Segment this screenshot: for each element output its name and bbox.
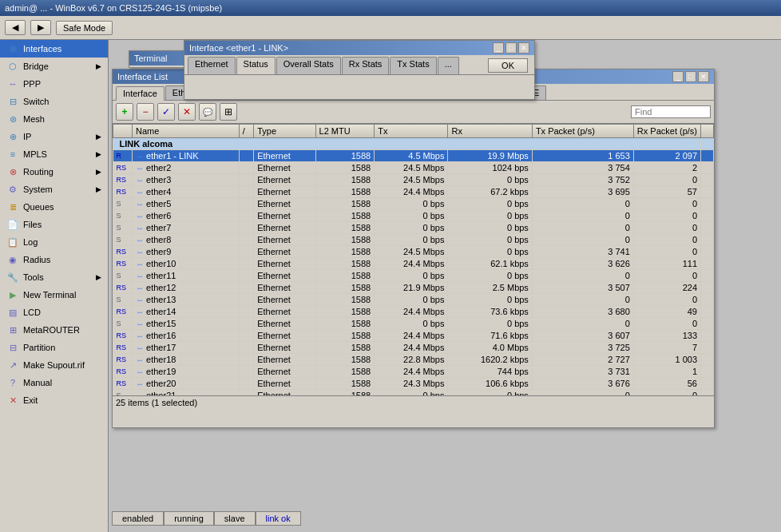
sidebar: Interfaces Bridge ▶ PPP Switch Mesh IP ▶… (0, 40, 109, 532)
disable-button[interactable]: ✕ (178, 103, 196, 121)
col-tx[interactable]: Tx (375, 125, 448, 138)
sidebar-item-newterminal[interactable]: New Terminal (0, 286, 108, 304)
scroll-col (701, 258, 714, 270)
tx-col: 24.4 Mbps (375, 306, 448, 318)
tab-overall-stats[interactable]: Overall Stats (276, 57, 341, 74)
main-content: Interface <ether1 - LINK> _ □ ✕ Ethernet… (109, 40, 781, 532)
sidebar-item-radius[interactable]: Radius (0, 251, 108, 268)
table-container[interactable]: Name / Type L2 MTU Tx Rx Tx Packet (p/s)… (113, 124, 714, 395)
sidebar-item-interfaces[interactable]: Interfaces (0, 40, 108, 58)
table-row[interactable]: RS ether14 Ethernet 1588 24.4 Mbps 73.6 … (113, 306, 714, 318)
table-row[interactable]: RS ether12 Ethernet 1588 21.9 Mbps 2.5 M… (113, 282, 714, 294)
sidebar-item-log[interactable]: Log (0, 233, 108, 251)
rx-col: 0 bps (448, 198, 532, 210)
l2mtu-col: 1588 (315, 294, 375, 306)
col-rx[interactable]: Rx (448, 125, 532, 138)
back-button[interactable]: ◀ (5, 20, 26, 35)
forward-button[interactable]: ▶ (30, 20, 51, 35)
col-scroll[interactable] (701, 125, 714, 138)
tx-pps-col: 0 (532, 210, 633, 222)
minimize-button[interactable]: _ (493, 42, 504, 54)
sidebar-item-mesh[interactable]: Mesh (0, 110, 108, 128)
table-row[interactable]: RS ether4 Ethernet 1588 24.4 Mbps 67.2 k… (113, 186, 714, 198)
tab-ethernet[interactable]: Ethernet (188, 57, 236, 74)
sidebar-label-lcd: LCD (23, 308, 41, 317)
name-col: ether16 (133, 330, 240, 342)
col-sort[interactable]: / (239, 125, 253, 138)
status-col: RS (113, 342, 133, 354)
maximize-button[interactable]: □ (505, 42, 517, 54)
safemode-button[interactable]: Safe Mode (56, 21, 113, 35)
manual-icon (6, 376, 19, 389)
sidebar-item-bridge[interactable]: Bridge ▶ (0, 58, 108, 75)
table-row[interactable]: RS ether2 Ethernet 1588 24.5 Mbps 1024 b… (113, 162, 714, 174)
tab-interface[interactable]: Interface (116, 86, 165, 101)
table-row[interactable]: RS ether18 Ethernet 1588 22.8 Mbps 1620.… (113, 354, 714, 366)
col-l2mtu[interactable]: L2 MTU (315, 125, 375, 138)
remove-button[interactable]: − (137, 103, 154, 121)
tab-status[interactable]: Status (236, 57, 276, 74)
filter-button[interactable]: ⊞ (220, 103, 237, 121)
ok-button[interactable]: OK (488, 58, 528, 73)
col-status[interactable] (113, 125, 133, 138)
comment-button[interactable]: 💬 (199, 103, 216, 121)
table-row[interactable]: RS ether20 Ethernet 1588 24.3 Mbps 106.6… (113, 378, 714, 390)
l2mtu-col: 1588 (315, 186, 375, 198)
table-row[interactable]: RS ether17 Ethernet 1588 24.4 Mbps 4.0 M… (113, 342, 714, 354)
table-row[interactable]: S ether8 Ethernet 1588 0 bps 0 bps 0 0 (113, 234, 714, 246)
sidebar-item-lcd[interactable]: LCD (0, 304, 108, 321)
sort-col (239, 174, 253, 186)
sidebar-item-files[interactable]: Files (0, 216, 108, 233)
iface-list-minimize-button[interactable]: _ (672, 71, 684, 82)
iface-list-close-button[interactable]: ✕ (698, 71, 709, 82)
table-row[interactable]: S ether6 Ethernet 1588 0 bps 0 bps 0 0 (113, 210, 714, 222)
sidebar-label-switch: Switch (23, 97, 49, 106)
sidebar-item-queues[interactable]: Queues (0, 198, 108, 216)
add-button[interactable]: + (116, 103, 133, 121)
tab-more[interactable]: ... (438, 57, 459, 74)
table-row[interactable]: R ether1 - LINK Ethernet 1588 4.5 Mbps 1… (113, 150, 714, 162)
col-type[interactable]: Type (254, 125, 315, 138)
tab-rx-stats[interactable]: Rx Stats (342, 57, 390, 74)
table-row[interactable]: S ether11 Ethernet 1588 0 bps 0 bps 0 0 (113, 270, 714, 282)
iface-list-maximize-button[interactable]: □ (685, 71, 696, 82)
col-tx-pps[interactable]: Tx Packet (p/s) (532, 125, 633, 138)
sidebar-item-supout[interactable]: Make Supout.rif (0, 356, 108, 374)
table-row[interactable]: RS ether19 Ethernet 1588 24.4 Mbps 744 b… (113, 366, 714, 378)
close-button[interactable]: ✕ (518, 42, 529, 54)
table-row[interactable]: RS ether3 Ethernet 1588 24.5 Mbps 0 bps … (113, 174, 714, 186)
table-row[interactable]: RS ether9 Ethernet 1588 24.5 Mbps 0 bps … (113, 246, 714, 258)
sidebar-item-exit[interactable]: Exit (0, 391, 108, 409)
table-row[interactable]: S ether5 Ethernet 1588 0 bps 0 bps 0 0 (113, 198, 714, 210)
tab-tx-stats[interactable]: Tx Stats (390, 57, 436, 74)
sidebar-label-ppp: PPP (23, 79, 41, 89)
sidebar-item-partition[interactable]: Partition (0, 339, 108, 356)
sidebar-item-mpls[interactable]: MPLS ▶ (0, 145, 108, 163)
enable-button[interactable]: ✓ (157, 103, 175, 121)
sidebar-item-routing[interactable]: Routing ▶ (0, 163, 108, 181)
status-col: S (113, 318, 133, 330)
table-row[interactable]: S ether15 Ethernet 1588 0 bps 0 bps 0 0 (113, 318, 714, 330)
table-row[interactable]: S ether21 Ethernet 1588 0 bps 0 bps 0 0 (113, 390, 714, 396)
col-rx-pps[interactable]: Rx Packet (p/s) (633, 125, 700, 138)
sidebar-item-metarouter[interactable]: MetaROUTER (0, 321, 108, 339)
scroll-col (701, 342, 714, 354)
iface-icon (136, 331, 144, 340)
sidebar-item-ppp[interactable]: PPP (0, 75, 108, 93)
col-name[interactable]: Name (133, 125, 240, 138)
table-row[interactable]: S ether7 Ethernet 1588 0 bps 0 bps 0 0 (113, 222, 714, 234)
search-input[interactable] (631, 105, 711, 118)
sidebar-item-switch[interactable]: Switch (0, 93, 108, 110)
ppp-icon (6, 77, 19, 90)
sidebar-item-ip[interactable]: IP ▶ (0, 128, 108, 145)
sort-col (239, 306, 253, 318)
scroll-col (701, 150, 714, 162)
table-row[interactable]: RS ether16 Ethernet 1588 24.4 Mbps 71.6 … (113, 330, 714, 342)
status-col: RS (113, 258, 133, 270)
sidebar-item-tools[interactable]: Tools ▶ (0, 268, 108, 286)
table-row[interactable]: RS ether10 Ethernet 1588 24.4 Mbps 62.1 … (113, 258, 714, 270)
table-row[interactable]: S ether13 Ethernet 1588 0 bps 0 bps 0 0 (113, 294, 714, 306)
sidebar-item-system[interactable]: System ▶ (0, 181, 108, 198)
type-col: Ethernet (254, 330, 315, 342)
sidebar-item-manual[interactable]: Manual (0, 374, 108, 391)
